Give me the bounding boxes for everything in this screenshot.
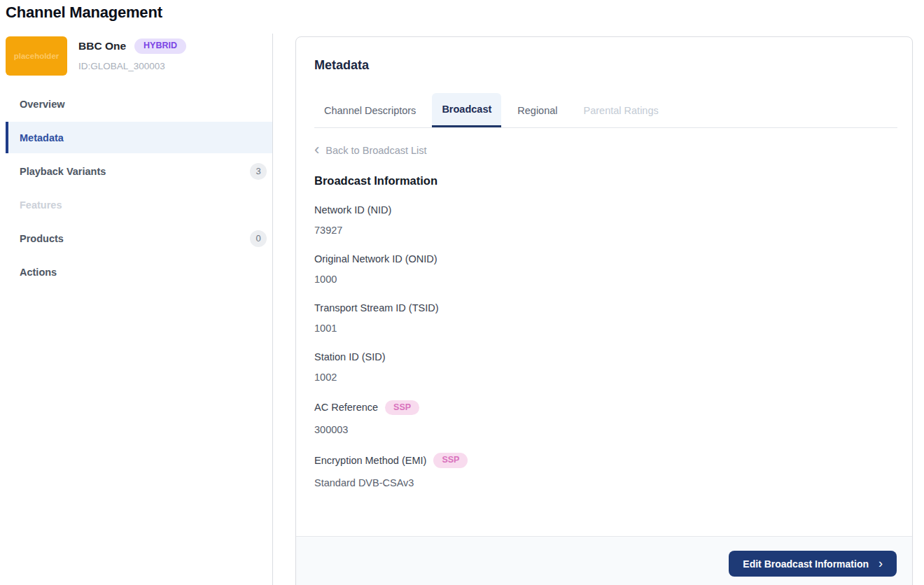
channel-header: placeholder BBC One HYBRID ID:GLOBAL_300… [0,34,272,76]
sidebar-item[interactable]: Features [6,189,272,220]
tab-label: Broadcast [442,104,491,115]
field-value: 73927 [314,225,894,236]
channel-name: BBC One [78,40,126,52]
ssp-badge: SSP [433,453,468,468]
field-group: Original Network ID (ONID) 1000 [314,253,894,285]
edit-button-label: Edit Broadcast Information [743,558,869,570]
tab-label: Channel Descriptors [324,105,416,116]
field-group: AC Reference SSP 300003 [314,400,894,436]
tab-bar: Channel Descriptors Broadcast Regional P… [314,93,897,128]
sidebar-item-label: Overview [20,99,65,110]
channel-logo: placeholder [6,36,67,76]
sidebar: placeholder BBC One HYBRID ID:GLOBAL_300… [0,34,273,585]
sidebar-count-badge: 0 [250,230,267,247]
field-label: Transport Stream ID (TSID) [314,302,439,313]
page-title: Channel Management [6,3,162,22]
field-label: Encryption Method (EMI) [314,455,426,466]
channel-logo-placeholder-text: placeholder [14,52,59,60]
sidebar-item[interactable]: Metadata [6,122,272,153]
broadcast-tab-content: ‹ Back to Broadcast List Broadcast Infor… [314,128,894,506]
chevron-left-icon: ‹ [314,145,319,155]
section-title: Broadcast Information [314,174,894,188]
channel-meta: BBC One HYBRID ID:GLOBAL_300003 [78,36,186,76]
field-label: AC Reference [314,402,378,413]
field-value: 1000 [314,274,894,285]
field-list: Network ID (NID) 73927 Original Network … [314,204,894,489]
sidebar-count-badge: 3 [250,163,267,180]
tab-label: Regional [517,105,557,116]
field-value: 1001 [314,323,894,334]
channel-type-badge: HYBRID [134,38,186,54]
field-label: Station ID (SID) [314,351,386,362]
tab-label: Parental Ratings [584,105,659,116]
field-group: Station ID (SID) 1002 [314,351,894,383]
field-label: Original Network ID (ONID) [314,253,438,265]
chevron-right-icon: › [878,557,883,570]
back-link-label: Back to Broadcast List [326,145,426,156]
tab[interactable]: Channel Descriptors [314,93,426,127]
sidebar-item[interactable]: Overview [6,88,272,120]
metadata-card: Metadata Channel Descriptors Broadcast R… [295,36,913,585]
sidebar-item-label: Products [20,233,64,244]
sidebar-item[interactable]: Actions [6,256,272,288]
ssp-badge: SSP [385,400,419,416]
sidebar-nav: Overview Metadata Playback Variants 3 Fe… [0,88,272,290]
field-group: Encryption Method (EMI) SSP Standard DVB… [314,453,894,488]
card-footer: Edit Broadcast Information › [296,536,912,585]
field-value: Standard DVB-CSAv3 [314,477,894,488]
field-group: Network ID (NID) 73927 [314,204,894,236]
tab[interactable]: Parental Ratings [574,93,668,127]
field-label: Network ID (NID) [314,204,391,216]
sidebar-item-label: Metadata [20,132,64,143]
field-value: 1002 [314,372,894,383]
tab[interactable]: Broadcast [432,93,501,127]
tab[interactable]: Regional [507,93,567,127]
edit-broadcast-information-button[interactable]: Edit Broadcast Information › [729,551,897,577]
sidebar-item-label: Playback Variants [20,166,106,177]
sidebar-item-label: Actions [20,267,57,278]
channel-id: ID:GLOBAL_300003 [78,61,186,71]
field-value: 300003 [314,424,894,435]
sidebar-item-label: Features [20,199,62,211]
field-group: Transport Stream ID (TSID) 1001 [314,302,894,334]
sidebar-item[interactable]: Playback Variants 3 [6,155,272,187]
sidebar-item[interactable]: Products 0 [6,223,272,254]
back-to-broadcast-list-link[interactable]: ‹ Back to Broadcast List [314,145,427,156]
card-title: Metadata [314,58,369,73]
